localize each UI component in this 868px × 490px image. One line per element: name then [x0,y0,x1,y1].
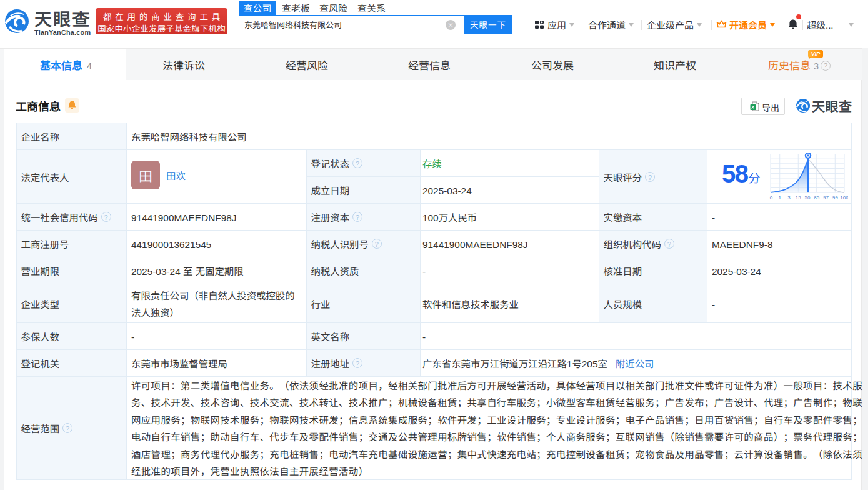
svg-text:0: 0 [770,195,773,201]
svg-text:99: 99 [832,195,838,201]
svg-text:1: 1 [779,195,782,201]
svg-text:3: 3 [787,195,791,201]
svg-text:85: 85 [814,195,819,201]
svg-text:97: 97 [823,195,829,201]
svg-text:50: 50 [805,195,811,201]
svg-text:15: 15 [796,195,801,201]
svg-text:100: 100 [840,195,848,201]
